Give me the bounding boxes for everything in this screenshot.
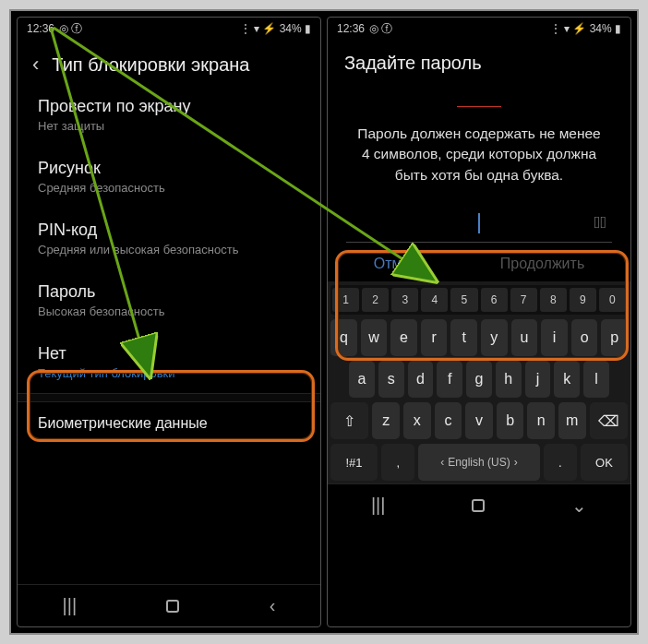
key-backspace[interactable]: ⌫ — [590, 402, 628, 439]
option-pattern[interactable]: Рисунок Средняя безопасность — [18, 146, 320, 208]
text-cursor — [478, 213, 480, 233]
key-n[interactable]: n — [527, 402, 555, 439]
key-symbols[interactable]: !#1 — [330, 444, 378, 481]
key-2[interactable]: 2 — [362, 288, 389, 312]
password-requirements: Пароль должен содержать не менее 4 симво… — [328, 120, 630, 197]
nav-bar: ||| ⌄ — [328, 483, 630, 526]
key-c[interactable]: c — [435, 402, 462, 439]
key-s[interactable]: s — [378, 361, 404, 398]
key-i[interactable]: i — [541, 319, 568, 356]
status-icons-right: ⋮ ▾ ⚡ 34% ▮ — [240, 22, 311, 35]
key-dot[interactable]: . — [544, 444, 577, 481]
error-label: ——— — [328, 81, 630, 120]
key-w[interactable]: w — [361, 319, 388, 356]
key-space[interactable]: ‹ English (US) › — [418, 444, 539, 481]
status-time: 12:36 — [27, 22, 54, 35]
phone-left: 12:36 ◎ ⓕ ⋮ ▾ ⚡ 34% ▮ ‹ Тип блокировки э… — [17, 17, 321, 627]
status-icons-left: ◎ ⓕ — [59, 21, 82, 37]
key-8[interactable]: 8 — [540, 288, 567, 312]
key-6[interactable]: 6 — [481, 288, 508, 312]
key-r[interactable]: r — [421, 319, 448, 356]
key-5[interactable]: 5 — [450, 288, 477, 312]
keyboard: 1 2 3 4 5 6 7 8 9 0 q w e r t y u i o — [328, 281, 630, 483]
key-1[interactable]: 1 — [332, 288, 359, 312]
key-3[interactable]: 3 — [391, 288, 418, 312]
screen-header: ‹ Тип блокировки экрана — [18, 40, 320, 84]
option-none[interactable]: Нет Текущий тип блокировки — [18, 331, 320, 393]
nav-recents-icon[interactable]: ||| — [371, 495, 386, 516]
key-z[interactable]: z — [372, 402, 400, 439]
button-row: Отмена Продолжить — [328, 243, 630, 281]
status-bar: 12:36 ◎ ⓕ ⋮ ▾ ⚡ 34% ▮ — [18, 18, 320, 40]
key-k[interactable]: k — [554, 361, 580, 398]
key-shift[interactable]: ⇧ — [330, 402, 368, 439]
key-comma[interactable]: , — [381, 444, 414, 481]
page-title: Тип блокировки экрана — [52, 54, 249, 76]
key-d[interactable]: d — [408, 361, 434, 398]
status-icons-right: ⋮ ▾ ⚡ 34% ▮ — [550, 22, 621, 35]
status-time: 12:36 — [337, 22, 365, 35]
phone-right: 12:36 ◎ ⓕ ⋮ ▾ ⚡ 34% ▮ Задайте пароль ———… — [327, 17, 631, 627]
number-row: 1 2 3 4 5 6 7 8 9 0 — [330, 285, 628, 315]
key-b[interactable]: b — [497, 402, 524, 439]
cancel-button[interactable]: Отмена — [374, 256, 426, 272]
key-h[interactable]: h — [496, 361, 522, 398]
key-m[interactable]: m — [558, 402, 586, 439]
page-title: Задайте пароль — [328, 40, 630, 81]
nav-recents-icon[interactable]: ||| — [63, 595, 78, 616]
key-j[interactable]: j — [525, 361, 551, 398]
key-ok[interactable]: OK — [581, 444, 628, 481]
option-pin[interactable]: PIN-код Средняя или высокая безопасность — [18, 208, 320, 269]
key-f[interactable]: f — [437, 361, 462, 398]
key-9[interactable]: 9 — [570, 288, 596, 312]
key-x[interactable]: x — [403, 402, 431, 439]
back-icon[interactable]: ‹ — [32, 53, 39, 77]
key-e[interactable]: e — [390, 319, 417, 356]
key-4[interactable]: 4 — [421, 288, 448, 312]
nav-home-icon[interactable] — [472, 499, 485, 512]
continue-button[interactable]: Продолжить — [500, 256, 584, 272]
option-password[interactable]: Пароль Высокая безопасность — [18, 269, 320, 331]
password-input[interactable]: 👁̷ — [346, 204, 612, 243]
nav-bar: ||| ‹ — [18, 584, 320, 626]
key-a[interactable]: a — [349, 361, 375, 398]
key-v[interactable]: v — [465, 402, 493, 439]
key-g[interactable]: g — [466, 361, 492, 398]
key-o[interactable]: o — [571, 319, 598, 356]
key-7[interactable]: 7 — [510, 288, 537, 312]
status-icons-left: ◎ ⓕ — [369, 21, 392, 37]
key-q[interactable]: q — [330, 319, 357, 356]
nav-back-icon[interactable]: ‹ — [270, 595, 276, 616]
key-0[interactable]: 0 — [599, 288, 626, 312]
key-t[interactable]: t — [450, 319, 477, 356]
key-y[interactable]: y — [481, 319, 508, 356]
visibility-toggle-icon[interactable]: 👁̷ — [594, 213, 606, 233]
section-biometrics[interactable]: Биометрические данные — [18, 402, 320, 447]
key-p[interactable]: p — [601, 319, 628, 356]
option-swipe[interactable]: Провести по экрану Нет защиты — [18, 84, 320, 146]
nav-back-icon[interactable]: ⌄ — [571, 495, 587, 517]
key-u[interactable]: u — [511, 319, 538, 356]
nav-home-icon[interactable] — [166, 600, 179, 613]
lock-type-list: Провести по экрану Нет защиты Рисунок Ср… — [18, 84, 320, 584]
status-bar: 12:36 ◎ ⓕ ⋮ ▾ ⚡ 34% ▮ — [328, 18, 630, 40]
key-l[interactable]: l — [583, 361, 609, 398]
